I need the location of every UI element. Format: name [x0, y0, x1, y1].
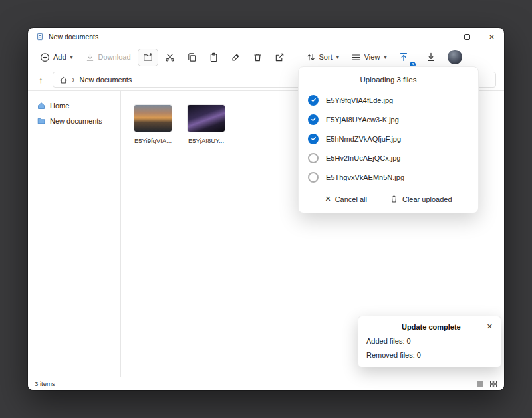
app-icon: [36, 33, 44, 41]
cut-icon: [165, 52, 175, 62]
file-thumbnail: [134, 105, 172, 132]
paste-button[interactable]: [203, 49, 224, 66]
upload-item: E5ThgvxVkAEMn5N.jpg: [308, 167, 469, 187]
view-icon: [351, 52, 361, 62]
add-button[interactable]: Add ▾: [35, 49, 78, 66]
toast-removed-files: Removed files: 0: [366, 351, 493, 359]
status-bar: 3 items: [28, 377, 504, 390]
toast-title: Update complete: [366, 323, 487, 331]
file-tile[interactable]: E5YjAI8UY...: [182, 102, 230, 148]
upload-file-name: E5YjAI8UYAcw3-K.jpg: [326, 116, 399, 124]
items-count: 3 items: [35, 380, 55, 387]
upload-file-name: E5Yi9fqVIA4fLde.jpg: [326, 96, 393, 104]
details-view-icon[interactable]: [476, 380, 484, 388]
file-name: E5YjAI8UY...: [188, 137, 224, 144]
sidebar-item-new-documents[interactable]: New documents: [28, 113, 120, 128]
minimize-icon: [440, 37, 446, 37]
delete-button[interactable]: [247, 49, 268, 66]
close-button[interactable]: ✕: [479, 28, 504, 45]
toast-added-files: Added files: 0: [366, 337, 493, 345]
trash-icon: [253, 52, 263, 62]
rename-button[interactable]: [225, 49, 246, 66]
file-tile[interactable]: E5Yi9fqVIA...: [129, 102, 177, 148]
caret-down-icon: ▾: [336, 54, 339, 60]
close-icon: ✕: [325, 195, 331, 203]
sidebar-item-label: Home: [50, 102, 69, 110]
sort-label: Sort: [319, 53, 332, 61]
uploaded-check-icon: [308, 114, 319, 125]
upload-item: E5Yi9fqVIA4fLde.jpg: [308, 90, 469, 110]
download-button[interactable]: Download: [80, 49, 136, 66]
window-controls: ✕: [430, 28, 504, 45]
upload-panel-title: Uploading 3 files: [308, 76, 469, 84]
home-icon[interactable]: [59, 76, 68, 84]
upload-file-name: E5ThgvxVkAEMn5N.jpg: [326, 173, 404, 181]
view-label: View: [364, 53, 380, 61]
toolbar: Add ▾ Download: [28, 45, 504, 69]
upload-status-button[interactable]: 3: [393, 48, 414, 66]
cut-button[interactable]: [160, 49, 180, 66]
toast-header: Update complete ✕: [366, 323, 493, 331]
new-folder-button[interactable]: [138, 49, 158, 66]
folder-icon: [37, 117, 45, 125]
window-title: New documents: [49, 33, 98, 41]
uploaded-check-icon: [308, 95, 319, 106]
user-avatar[interactable]: [448, 50, 462, 64]
sidebar-item-label: New documents: [50, 117, 102, 125]
upload-item: E5Hv2fnUcAEjQCx.jpg: [308, 148, 469, 167]
maximize-icon: [464, 34, 470, 40]
minimize-button[interactable]: [430, 28, 455, 45]
cancel-all-label: Cancel all: [335, 195, 367, 203]
maximize-button[interactable]: [455, 28, 479, 45]
new-folder-icon: [143, 52, 153, 62]
sidebar: Home New documents: [28, 91, 121, 377]
share-button[interactable]: [269, 49, 290, 66]
up-button[interactable]: ↑: [36, 74, 46, 86]
titlebar: New documents ✕: [28, 28, 504, 45]
home-icon: [37, 102, 45, 110]
upload-item: E5YjAI8UYAcw3-K.jpg: [308, 110, 469, 129]
file-explorer-window: New documents ✕ Add ▾ Download: [28, 28, 504, 390]
copy-icon: [187, 52, 197, 62]
clear-uploaded-label: Clear uploaded: [402, 195, 452, 203]
toolbar-right-group: 3: [393, 48, 462, 66]
file-thumbnail: [188, 105, 225, 132]
upload-item: E5hNmdZVkAQfjuF.jpg: [308, 129, 469, 148]
file-name: E5Yi9fqVIA...: [134, 137, 172, 144]
paste-icon: [209, 52, 219, 62]
pending-circle-icon: [308, 153, 319, 163]
uploaded-check-icon: [308, 134, 319, 144]
view-button[interactable]: View ▾: [346, 49, 392, 66]
breadcrumb-current[interactable]: New documents: [80, 76, 132, 84]
statusbar-divider: [61, 380, 61, 387]
download-status-button[interactable]: [420, 48, 442, 66]
caret-down-icon: ▾: [70, 54, 73, 60]
update-toast: Update complete ✕ Added files: 0 Removed…: [358, 316, 501, 367]
download-icon: [85, 52, 95, 62]
pending-circle-icon: [308, 172, 319, 183]
sidebar-item-home[interactable]: Home: [28, 98, 120, 113]
cancel-all-button[interactable]: ✕ Cancel all: [322, 193, 370, 205]
grid-view-icon[interactable]: [489, 380, 497, 388]
download-arrow-icon: [426, 52, 436, 62]
add-label: Add: [53, 53, 66, 61]
upload-file-name: E5hNmdZVkAQfjuF.jpg: [326, 135, 401, 143]
upload-file-name: E5Hv2fnUcAEjQCx.jpg: [326, 154, 401, 162]
toast-close-button[interactable]: ✕: [487, 323, 493, 330]
upload-icon: [398, 52, 409, 62]
clear-uploaded-button[interactable]: Clear uploaded: [387, 193, 455, 205]
share-icon: [275, 52, 285, 62]
rename-icon: [231, 52, 241, 62]
copy-button[interactable]: [182, 49, 202, 66]
caret-down-icon: ▾: [384, 54, 386, 60]
sort-icon: [306, 52, 316, 62]
trash-icon: [390, 195, 398, 203]
sort-button[interactable]: Sort ▾: [301, 49, 344, 66]
download-label: Download: [98, 53, 131, 61]
add-icon: [40, 52, 50, 62]
upload-panel: Uploading 3 files E5Yi9fqVIA4fLde.jpg E5…: [298, 66, 479, 213]
upload-panel-actions: ✕ Cancel all Clear uploaded: [308, 193, 469, 205]
chevron-right-icon: ›: [72, 76, 75, 84]
view-toggle-group: [476, 380, 497, 388]
